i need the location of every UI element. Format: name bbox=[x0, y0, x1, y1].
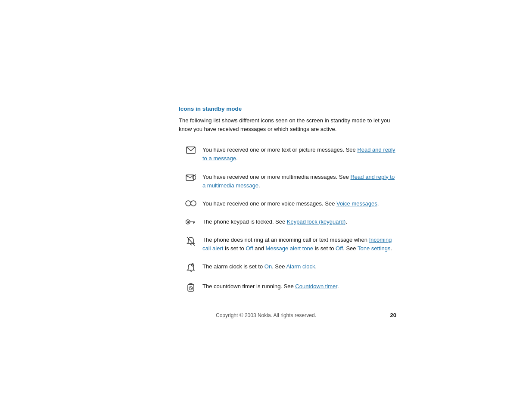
text-message-link[interactable]: Read and reply to a message bbox=[202, 146, 395, 162]
footer: Copyright © 2003 Nokia. All rights reser… bbox=[0, 312, 532, 318]
svg-line-18 bbox=[193, 264, 194, 264]
svg-line-4 bbox=[194, 174, 196, 175]
countdown-timer-desc: The countdown timer is running. See Coun… bbox=[202, 282, 398, 291]
list-item: You have received one or more voice mess… bbox=[179, 199, 398, 208]
alarm-clock-status: On bbox=[264, 263, 272, 270]
no-ring-icon bbox=[179, 236, 202, 246]
message-alert-tone-link[interactable]: Message alert tone bbox=[265, 245, 313, 252]
text-message-desc: You have received one or more text or pi… bbox=[202, 146, 398, 163]
text-message-icon bbox=[179, 146, 202, 154]
svg-point-5 bbox=[186, 201, 191, 206]
svg-line-15 bbox=[190, 271, 192, 272]
svg-point-7 bbox=[186, 220, 190, 224]
list-item: You have received one or more text or pi… bbox=[179, 146, 398, 163]
list-item: The phone does not ring at an incoming c… bbox=[179, 236, 398, 253]
list-item: You have received one or more multimedia… bbox=[179, 173, 398, 190]
svg-line-23 bbox=[191, 288, 192, 289]
tone-settings-link[interactable]: Tone settings bbox=[358, 245, 391, 252]
keypad-lock-link[interactable]: Keypad lock (keyguard) bbox=[287, 218, 346, 225]
multimedia-message-icon bbox=[179, 173, 202, 181]
incoming-call-status: Off bbox=[246, 245, 253, 252]
svg-point-6 bbox=[191, 201, 196, 206]
page-number: 20 bbox=[390, 312, 396, 318]
no-ring-desc: The phone does not ring at an incoming c… bbox=[202, 236, 398, 253]
keypad-lock-icon bbox=[179, 218, 202, 225]
svg-point-8 bbox=[187, 221, 189, 223]
icon-list: You have received one or more text or pi… bbox=[179, 146, 398, 293]
voice-message-link[interactable]: Voice messages bbox=[336, 200, 377, 207]
voice-message-desc: You have received one or more voice mess… bbox=[202, 199, 398, 208]
alarm-clock-link[interactable]: Alarm clock bbox=[286, 263, 315, 270]
svg-line-13 bbox=[190, 244, 192, 245]
page-content: Icons in standby mode The following list… bbox=[179, 106, 398, 302]
intro-text: The following list shows different icons… bbox=[179, 116, 398, 134]
svg-point-3 bbox=[193, 175, 196, 180]
countdown-timer-link[interactable]: Countdown timer bbox=[295, 283, 337, 290]
multimedia-message-link[interactable]: Read and reply to a multimedia message bbox=[202, 174, 395, 189]
list-item: The alarm clock is set to On. See Alarm … bbox=[179, 262, 398, 273]
list-item: The countdown timer is running. See Coun… bbox=[179, 282, 398, 293]
multimedia-message-desc: You have received one or more multimedia… bbox=[202, 173, 398, 190]
list-item: The phone keypad is locked. See Keypad l… bbox=[179, 218, 398, 226]
section-title: Icons in standby mode bbox=[179, 106, 398, 112]
alarm-clock-icon bbox=[179, 262, 202, 273]
alarm-clock-desc: The alarm clock is set to On. See Alarm … bbox=[202, 262, 398, 271]
keypad-lock-desc: The phone keypad is locked. See Keypad l… bbox=[202, 218, 398, 226]
copyright-text: Copyright © 2003 Nokia. All rights reser… bbox=[216, 312, 316, 318]
countdown-timer-icon bbox=[179, 282, 202, 293]
message-alert-status: Off bbox=[336, 245, 343, 252]
voice-message-icon bbox=[179, 199, 202, 206]
